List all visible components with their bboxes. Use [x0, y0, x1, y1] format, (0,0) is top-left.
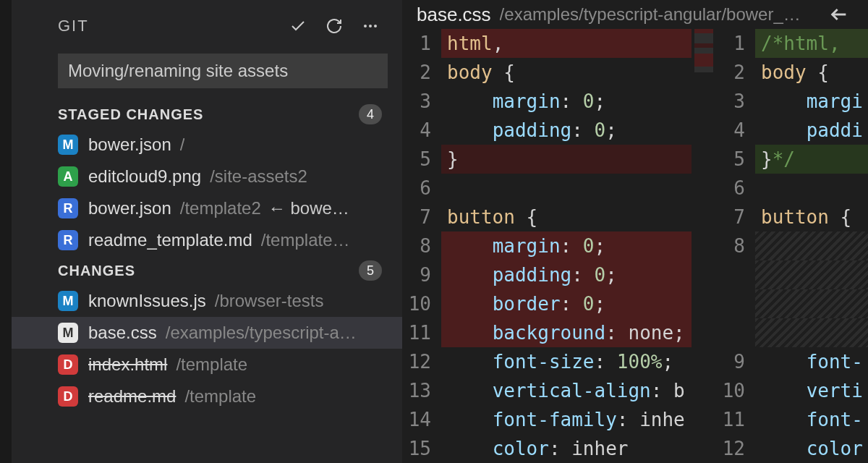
file-path: /browser-tests [215, 291, 324, 311]
more-icon[interactable] [359, 14, 382, 38]
file-path: /template [184, 386, 256, 407]
editor: base.css /examples/typescript-angular/bo… [402, 0, 868, 463]
section-header[interactable]: CHANGES5 [12, 256, 402, 285]
count-badge: 5 [359, 260, 382, 281]
file-row[interactable]: Aeditcloud9.png/site-assets2 [12, 161, 402, 192]
file-path: /site-assets2 [210, 166, 307, 187]
tab-path: /examples/typescript-angular/bower_… [500, 4, 825, 25]
section-header[interactable]: STAGED CHANGES4 [12, 100, 402, 129]
file-name: readme.md [88, 386, 176, 407]
gutter-left: 123456789101112131415 [402, 29, 441, 463]
file-path: /examples/typescript-a… [166, 323, 357, 343]
file-row[interactable]: Rbower.json/template2← bowe… [12, 192, 402, 224]
file-name: bower.json [88, 135, 171, 155]
back-arrow-icon[interactable] [825, 4, 854, 25]
status-chip: R [58, 230, 78, 250]
svg-point-2 [374, 25, 377, 27]
status-chip: D [58, 354, 78, 375]
svg-point-0 [364, 25, 367, 27]
section-title: STAGED CHANGES [58, 106, 359, 123]
status-chip: A [58, 166, 78, 187]
file-name: bower.json [88, 198, 171, 218]
file-row[interactable]: Dindex.html/template [12, 349, 402, 381]
file-row[interactable]: Rreadme_template.md/template… [12, 224, 402, 256]
file-row[interactable]: MknownIssues.js/browser-tests [12, 285, 402, 317]
file-path: / [180, 135, 185, 155]
section-title: CHANGES [58, 263, 359, 279]
tab-bar: base.css /examples/typescript-angular/bo… [402, 0, 868, 29]
file-path: /template… [261, 230, 350, 250]
svg-point-1 [369, 25, 372, 27]
file-name: readme_template.md [88, 230, 252, 250]
file-name: index.html [88, 354, 167, 375]
file-name: editcloud9.png [88, 166, 201, 187]
gutter-right: 123456789101112 [716, 29, 755, 463]
file-row[interactable]: Mbower.json/ [12, 129, 402, 161]
sidebar-title: GIT [58, 17, 273, 35]
diff-view[interactable]: 123456789101112131415 html,body { margin… [402, 29, 868, 463]
file-path: /template [176, 354, 247, 375]
count-badge: 4 [359, 104, 382, 124]
status-chip: M [58, 135, 78, 155]
git-sidebar: GIT STAGED CHANGES4Mbower.json/Aeditclou… [12, 0, 402, 463]
status-chip: D [58, 386, 78, 407]
commit-icon[interactable] [286, 14, 310, 38]
file-extra: ← bowe… [268, 198, 349, 218]
refresh-icon[interactable] [323, 14, 346, 38]
status-chip: M [58, 323, 78, 343]
status-chip: R [58, 198, 78, 218]
minimap[interactable] [692, 29, 716, 463]
file-path: /template2 [180, 198, 261, 218]
file-name: base.css [88, 323, 157, 343]
code-right[interactable]: /*html,body { margi paddi}*/button { fon… [755, 29, 868, 463]
code-left[interactable]: html,body { margin: 0; padding: 0;}butto… [441, 29, 692, 463]
file-name: knownIssues.js [88, 291, 206, 311]
commit-message-input[interactable] [58, 54, 388, 88]
status-chip: M [58, 291, 78, 311]
file-row[interactable]: Mbase.css/examples/typescript-a… [12, 317, 402, 349]
file-row[interactable]: Dreadme.md/template [12, 381, 402, 412]
tab-filename[interactable]: base.css [417, 4, 491, 26]
